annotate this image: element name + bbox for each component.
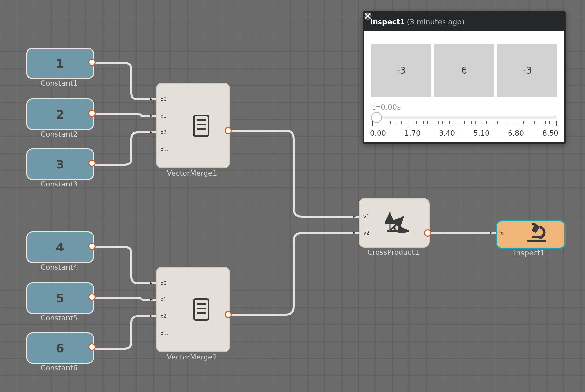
port-label: v1 xyxy=(363,214,369,220)
svg-line-64 xyxy=(390,216,404,231)
input-port-arrow[interactable]: ▸ xyxy=(490,229,492,236)
out-port-c5[interactable] xyxy=(88,294,96,301)
input-port-arrow[interactable]: ▸ xyxy=(353,213,356,219)
port-label: x1 xyxy=(161,113,166,119)
edge[interactable] xyxy=(229,233,359,315)
input-port-arrow[interactable]: › xyxy=(150,330,152,336)
time-slider[interactable] xyxy=(372,116,556,119)
input-port-arrow[interactable]: ▸ xyxy=(150,129,153,135)
vector-merge-node-vm2[interactable] xyxy=(156,267,230,352)
node-canvas[interactable]: Inspect1 (3 minutes ago) -3 6 -3 t=0.00s… xyxy=(0,0,585,392)
tick-label: 8.50 xyxy=(542,129,558,137)
constant-node-c3[interactable]: 3 xyxy=(26,148,94,180)
input-port-arrow[interactable]: ▸ xyxy=(150,280,153,286)
node-label: Inspect1 xyxy=(514,249,545,257)
inspector-time-label: t=0.00s xyxy=(364,103,564,113)
vector-merge-node-vm1[interactable] xyxy=(156,83,230,168)
constant-node-c2[interactable]: 2 xyxy=(26,98,94,130)
inspector-title: Inspect1 xyxy=(370,18,405,26)
port-label: x1 xyxy=(161,297,166,303)
merge-icon xyxy=(193,298,209,321)
disable-icon[interactable] xyxy=(535,17,543,26)
port-label: x0 xyxy=(161,280,166,286)
node-label: Constant4 xyxy=(41,263,78,271)
close-icon[interactable] xyxy=(550,17,558,26)
svg-rect-65 xyxy=(527,240,546,242)
input-port-arrow[interactable]: ▸ xyxy=(150,96,153,102)
cross-product-icon xyxy=(385,210,411,233)
out-port-c4[interactable] xyxy=(88,243,96,250)
input-port-arrow[interactable]: › xyxy=(150,146,152,152)
time-tick-labels: 0.001.703.405.106.808.50 xyxy=(364,129,564,142)
out-port-c6[interactable] xyxy=(88,343,96,351)
node-label: Constant3 xyxy=(41,180,78,188)
node-label: VectorMerge2 xyxy=(167,353,217,361)
out-port-c2[interactable] xyxy=(88,110,96,117)
tick-label: 3.40 xyxy=(439,129,455,137)
inspector-subtitle: (3 minutes ago) xyxy=(407,18,464,26)
node-label: VectorMerge1 xyxy=(167,169,217,177)
input-port-arrow[interactable]: ▸ xyxy=(353,229,356,236)
tick-label: 6.80 xyxy=(508,129,524,137)
node-label: Constant5 xyxy=(41,314,78,322)
input-port-arrow[interactable]: ▸ xyxy=(150,313,153,319)
port-label: x... xyxy=(161,146,168,152)
out-port-cross[interactable] xyxy=(424,229,431,237)
tick-label: 5.10 xyxy=(473,129,489,137)
input-port-arrow[interactable]: ▸ xyxy=(150,112,153,119)
node-label: CrossProduct1 xyxy=(367,248,419,256)
constant-node-c6[interactable]: 6 xyxy=(26,332,94,364)
node-label: Constant2 xyxy=(41,130,78,138)
port-label: x... xyxy=(161,330,168,336)
constant-node-c5[interactable]: 5 xyxy=(26,282,94,314)
out-port-vm1[interactable] xyxy=(225,127,232,134)
merge-icon xyxy=(193,115,209,137)
inspector-value-2: -3 xyxy=(497,44,557,97)
inspector-value-0: -3 xyxy=(371,44,431,97)
port-label: x2 xyxy=(161,313,166,319)
port-label: x2 xyxy=(161,129,166,135)
time-ruler xyxy=(372,121,556,129)
input-port-arrow[interactable]: ▸ xyxy=(150,296,153,302)
tick-label: 0.00 xyxy=(370,129,386,137)
inspector-values: -3 6 -3 xyxy=(364,31,564,103)
port-label: x xyxy=(500,230,503,236)
out-port-c3[interactable] xyxy=(88,160,96,167)
constant-node-c4[interactable]: 4 xyxy=(26,231,94,263)
out-port-vm2[interactable] xyxy=(225,311,232,318)
inspector-panel[interactable]: Inspect1 (3 minutes ago) -3 6 -3 t=0.00s… xyxy=(363,11,566,144)
node-label: Constant6 xyxy=(41,364,78,372)
port-label: x0 xyxy=(161,97,166,102)
svg-rect-67 xyxy=(531,224,540,233)
tick-label: 1.70 xyxy=(404,129,421,137)
inspector-header[interactable]: Inspect1 (3 minutes ago) xyxy=(364,12,564,31)
microscope-icon xyxy=(525,223,548,243)
edge[interactable] xyxy=(229,131,359,217)
out-port-c1[interactable] xyxy=(88,59,96,66)
port-label: v2 xyxy=(363,230,369,236)
constant-node-c1[interactable]: 1 xyxy=(26,48,94,79)
inspector-value-1: 6 xyxy=(434,44,494,97)
node-label: Constant1 xyxy=(41,79,78,87)
